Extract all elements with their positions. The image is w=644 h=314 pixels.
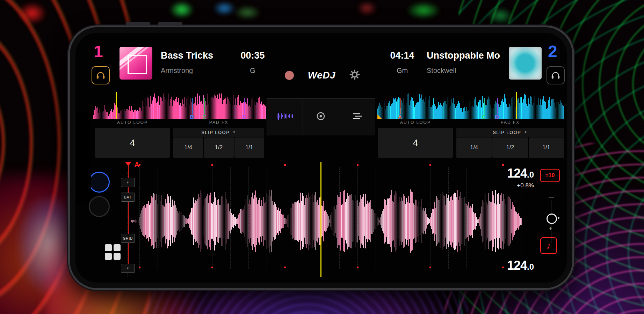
overview-wave-bar [446,101,446,119]
main-wave-bar [266,202,266,240]
deck2-slip-loop-selector[interactable]: SLIP LOOP ▼ [456,128,564,137]
overview-wave-bar [126,109,126,119]
tempo-range-button[interactable]: ±10 [540,169,560,182]
deck1-loop-half-button[interactable]: 1/2 [204,137,233,158]
overview-wave-bar [207,105,207,119]
hot-cue-marker-D[interactable]: D [242,114,246,119]
hot-cue-marker-D[interactable]: D [495,114,499,119]
main-wave-bar [406,198,407,245]
eq-knob[interactable] [89,196,110,217]
beat-adjust-handle[interactable]: BAT [121,193,135,202]
key-sync-button[interactable]: ♪ [540,237,557,254]
main-wave-bar [515,211,516,231]
record-button[interactable] [285,71,294,80]
overview-wave-bar [424,99,424,119]
main-wave-bar [148,201,149,242]
overview-wave-bar [392,103,393,119]
main-wave-bar [360,195,361,248]
beat-marker-dot [284,164,286,166]
tempo-slider-handle[interactable] [547,214,557,224]
browse-menu-button[interactable] [105,244,121,260]
overview-wave-bar [535,96,535,119]
main-wave-bar [342,204,343,239]
main-wave-bar [451,196,452,247]
deck2-loop-quarter-button[interactable]: 1/4 [456,137,492,158]
main-wave-bar [195,200,196,242]
overview-wave-bar [416,103,417,119]
overview-wave-bar [443,103,444,119]
slip-loop-label: SLIP LOOP [493,130,521,135]
deck1-headphone-monitor-button[interactable] [92,66,110,84]
hot-cue-marker-C[interactable]: C [202,114,206,119]
deck2-album-art[interactable] [509,47,542,80]
fx-waveform-button[interactable] [267,99,303,135]
album-art-square-motif [128,55,147,74]
main-wave-bar [168,196,169,246]
overview-wave-bar [113,110,114,119]
deck1-slip-loop-selector[interactable]: SLIP LOOP ▼ [173,128,264,137]
main-wave-bar [355,195,355,247]
overview-wave-bar [487,99,488,119]
deck2-loop-half-button[interactable]: 1/2 [492,137,528,158]
main-wave-bar [220,205,221,238]
deck1-loop-one-button[interactable]: 1/1 [234,137,264,158]
main-wave-bar [151,196,152,246]
main-wave-bar [267,193,267,249]
overview-wave-bar [183,104,184,119]
overview-wave-bar [109,114,110,120]
main-wave-bar [452,200,453,242]
deck2-loop-one-button[interactable]: 1/1 [529,137,564,158]
overview-wave-bar [473,107,473,119]
deck2-auto-loop-beats-button[interactable]: 4 [378,128,453,158]
deck1-time: 00:35 [233,50,272,61]
deck2-headphone-monitor-button[interactable] [547,66,565,84]
overview-wave-bar [450,106,450,119]
main-wave-bar [186,218,187,224]
overview-wave-bar [531,97,532,119]
overview-wave-bar [506,104,507,119]
overview-wave-bar [384,102,384,119]
grid-adjust-handle[interactable]: GRID [121,234,135,243]
overview-wave-bar [219,94,220,119]
main-wave-bar [301,201,302,241]
deck1-album-art[interactable] [120,47,152,80]
fx-slip-button[interactable] [339,99,375,135]
settings-gear-icon[interactable] [349,69,360,81]
deck1-loop-quarter-button[interactable]: 1/4 [173,137,203,158]
fx-filter-button[interactable] [303,99,339,135]
overview-wave-bar [410,100,411,119]
hot-cue-marker-B[interactable]: B [190,114,194,119]
overview-wave-bar [407,94,407,119]
overview-wave-bar [117,107,118,119]
overview-wave-bar [97,107,98,119]
overview-wave-bar [251,107,251,119]
main-wave-bar [374,210,374,232]
beat-grid-tool[interactable]: ▼ BAT GRID ▼ [120,172,136,277]
deck1-auto-loop-beats-button[interactable]: 4 [95,128,170,158]
deck1-overview-waveform[interactable]: BCD [93,92,267,119]
overview-wave-bar [501,101,502,119]
hot-cue-marker-C[interactable]: C [482,114,486,119]
overview-wave-bar [493,108,493,119]
scene: 1 Bass Tricks Armstrong 00:35 G WeDJ [0,0,644,314]
main-wave-bar [470,206,471,236]
deck1-main-waveform-zone[interactable]: A [75,162,567,281]
overview-wave-bar [500,105,501,119]
overview-wave-bar [188,96,188,119]
beat-marker-dot [357,164,359,166]
deck2-overview-waveform[interactable]: ACD [377,92,564,119]
filter-knob[interactable] [89,172,110,193]
hot-cue-marker-A[interactable]: A [398,114,402,119]
main-wave-bar [479,217,480,226]
main-wave-bar [318,205,319,238]
main-wave-bar [357,200,357,242]
deck2-bpm-display: 124.0 [507,258,534,273]
deck1-main-waveform[interactable] [131,188,523,254]
main-wave-bar [149,205,150,238]
overview-wave-bar [201,101,202,119]
main-wave-bar [424,211,425,231]
main-wave-bar [162,205,162,238]
overview-wave-bar [442,106,443,119]
overview-wave-bar [252,99,252,119]
main-wave-bar [490,202,491,240]
